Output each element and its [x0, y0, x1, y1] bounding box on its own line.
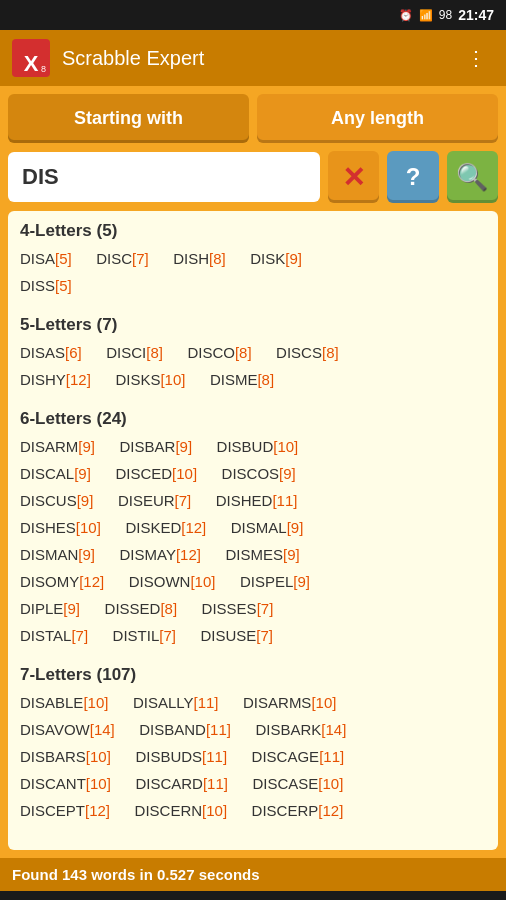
word-line: DISA[5] DISC[7] DISH[8] DISK[9]	[20, 245, 486, 272]
search-icon: 🔍	[456, 162, 488, 193]
status-bar: ⏰ 📶 98 21:47	[0, 0, 506, 30]
group-header-7: 7-Letters (107)	[20, 665, 486, 685]
word-line: DIPLE[9] DISSED[8] DISSES[7]	[20, 595, 486, 622]
nav-bar: ← ⌂ ▭	[0, 891, 506, 900]
word-line: DISCUS[9] DISEUR[7] DISHED[11]	[20, 487, 486, 514]
word-group-4: 4-Letters (5) DISA[5] DISC[7] DISH[8] DI…	[20, 221, 486, 299]
bottom-status: Found 143 words in 0.527 seconds	[0, 858, 506, 891]
group-header-6: 6-Letters (24)	[20, 409, 486, 429]
app-title: Scrabble Expert	[62, 47, 458, 70]
word-line: DISHES[10] DISKED[12] DISMAL[9]	[20, 514, 486, 541]
word-line: DISBARS[10] DISBUDS[11] DISCAGE[11]	[20, 743, 486, 770]
overflow-menu-icon[interactable]: ⋮	[458, 38, 494, 78]
battery-percent: 98	[439, 8, 452, 22]
word-group-6: 6-Letters (24) DISARM[9] DISBAR[9] DISBU…	[20, 409, 486, 649]
word-line: DISS[5]	[20, 272, 486, 299]
word-line: DISABLE[10] DISALLY[11] DISARMS[10]	[20, 689, 486, 716]
any-length-button[interactable]: Any length	[257, 94, 498, 143]
status-time: 21:47	[458, 7, 494, 23]
logo-letter: X	[24, 53, 39, 75]
search-button[interactable]: 🔍	[447, 151, 498, 203]
app-logo: X 8	[12, 39, 50, 77]
word-line: DISCEPT[12] DISCERN[10] DISCERP[12]	[20, 797, 486, 824]
group-header-4: 4-Letters (5)	[20, 221, 486, 241]
word-line: DISCAL[9] DISCED[10] DISCOS[9]	[20, 460, 486, 487]
results-area[interactable]: 4-Letters (5) DISA[5] DISC[7] DISH[8] DI…	[8, 211, 498, 850]
logo-sub: 8	[41, 64, 46, 74]
filter-row: Starting with Any length	[8, 94, 498, 143]
starting-with-button[interactable]: Starting with	[8, 94, 249, 143]
clear-icon: ✕	[342, 161, 365, 194]
signal-icon: 📶	[419, 9, 433, 22]
main-content: Starting with Any length ✕ ? 🔍 4-Letters…	[0, 86, 506, 858]
word-line: DISARM[9] DISBAR[9] DISBUD[10]	[20, 433, 486, 460]
word-line: DISOMY[12] DISOWN[10] DISPEL[9]	[20, 568, 486, 595]
help-icon: ?	[406, 163, 421, 191]
help-button[interactable]: ?	[387, 151, 438, 203]
word-line: DISMAN[9] DISMAY[12] DISMES[9]	[20, 541, 486, 568]
clear-button[interactable]: ✕	[328, 151, 379, 203]
group-header-5: 5-Letters (7)	[20, 315, 486, 335]
status-message: Found 143 words in 0.527 seconds	[12, 866, 260, 883]
search-input[interactable]	[8, 152, 320, 202]
word-line: DISAVOW[14] DISBAND[11] DISBARK[14]	[20, 716, 486, 743]
word-line: DISCANT[10] DISCARD[11] DISCASE[10]	[20, 770, 486, 797]
word-line: DISTAL[7] DISTIL[7] DISUSE[7]	[20, 622, 486, 649]
word-line: DISAS[6] DISCI[8] DISCO[8] DISCS[8]	[20, 339, 486, 366]
alarm-icon: ⏰	[399, 9, 413, 22]
word-line: DISHY[12] DISKS[10] DISME[8]	[20, 366, 486, 393]
word-group-5: 5-Letters (7) DISAS[6] DISCI[8] DISCO[8]…	[20, 315, 486, 393]
app-header: X 8 Scrabble Expert ⋮	[0, 30, 506, 86]
word-group-7: 7-Letters (107) DISABLE[10] DISALLY[11] …	[20, 665, 486, 824]
search-row: ✕ ? 🔍	[8, 151, 498, 203]
